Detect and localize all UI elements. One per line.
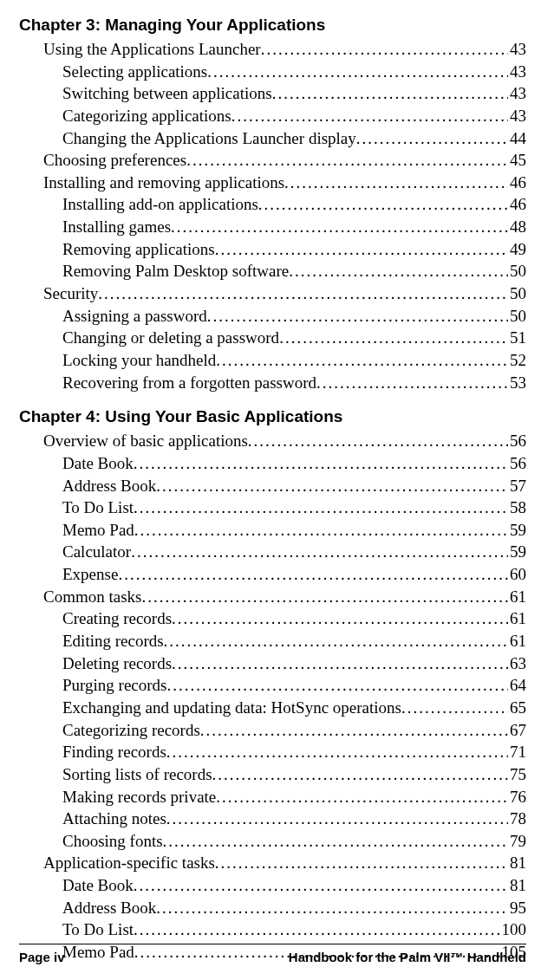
leader-dots <box>134 452 508 475</box>
toc-entry[interactable]: Removing Palm Desktop software50 <box>19 260 526 282</box>
toc-entry-text: Creating records <box>62 607 172 630</box>
toc-entry-page: 52 <box>508 349 526 372</box>
toc-entry[interactable]: Assigning a password50 <box>19 305 526 328</box>
toc-entry[interactable]: Selecting applications43 <box>19 61 526 83</box>
toc-entry-page: 43 <box>508 82 526 105</box>
leader-dots <box>207 61 508 83</box>
leader-dots <box>163 830 508 853</box>
toc-entry[interactable]: Security50 <box>19 282 526 305</box>
toc-entry[interactable]: Locking your handheld52 <box>19 349 526 372</box>
toc-entry-page: 79 <box>508 830 526 853</box>
toc-entry[interactable]: Recovering from a forgotten password53 <box>19 372 526 394</box>
toc-entry-page: 75 <box>508 763 526 786</box>
leader-dots <box>118 563 508 586</box>
toc-entry[interactable]: Calculator59 <box>19 541 526 563</box>
toc-entry[interactable]: Memo Pad59 <box>19 519 526 542</box>
leader-dots <box>216 786 508 808</box>
toc-entry[interactable]: Categorizing records67 <box>19 719 526 742</box>
footer-book-title: Handbook for the Palm VII™ Handheld <box>289 950 526 964</box>
toc-entry-page: 61 <box>508 630 526 652</box>
toc-content: Chapter 3: Managing Your ApplicationsUsi… <box>19 16 526 964</box>
toc-entry-text: Installing add-on applications <box>62 193 258 216</box>
toc-entry-text: Installing and removing applications <box>43 172 284 194</box>
toc-entry-text: Attaching notes <box>62 808 166 830</box>
leader-dots <box>164 630 508 652</box>
leader-dots <box>207 305 508 328</box>
toc-entry-text: To Do List <box>62 918 134 941</box>
toc-entry[interactable]: To Do List58 <box>19 496 526 519</box>
toc-entry[interactable]: Using the Applications Launcher43 <box>19 38 526 61</box>
toc-entry[interactable]: Address Book57 <box>19 475 526 497</box>
toc-entry-text: Removing applications <box>62 238 215 261</box>
toc-entry-page: 64 <box>508 674 526 697</box>
toc-entry[interactable]: Making records private76 <box>19 786 526 808</box>
toc-entry[interactable]: Date Book56 <box>19 452 526 475</box>
toc-entry[interactable]: Finding records71 <box>19 741 526 763</box>
toc-entry-text: To Do List <box>62 496 134 519</box>
leader-dots <box>316 372 508 394</box>
toc-entry-text: Assigning a password <box>62 305 207 328</box>
toc-entry-page: 56 <box>508 430 526 452</box>
toc-entry-text: Changing the Applications Launcher displ… <box>62 127 356 150</box>
leader-dots <box>134 918 499 941</box>
toc-entry-text: Address Book <box>62 475 156 497</box>
leader-dots <box>216 349 508 372</box>
toc-entry-page: 100 <box>500 918 527 941</box>
toc-entry-page: 57 <box>508 475 526 497</box>
leader-dots <box>167 674 509 697</box>
toc-entry[interactable]: To Do List100 <box>19 918 526 941</box>
toc-entry-text: Categorizing applications <box>62 105 231 127</box>
toc-entry-text: Common tasks <box>43 586 141 608</box>
toc-entry[interactable]: Creating records61 <box>19 607 526 630</box>
toc-entry[interactable]: Attaching notes78 <box>19 808 526 830</box>
toc-entry-page: 65 <box>508 697 526 719</box>
toc-entry-text: Finding records <box>62 741 166 763</box>
leader-dots <box>272 82 508 105</box>
toc-entry-text: Address Book <box>62 897 156 919</box>
toc-entry[interactable]: Expense60 <box>19 563 526 586</box>
toc-entry[interactable]: Switching between applications43 <box>19 82 526 105</box>
toc-entry[interactable]: Editing records61 <box>19 630 526 652</box>
toc-entry-page: 63 <box>508 652 526 675</box>
toc-entry-page: 58 <box>508 496 526 519</box>
leader-dots <box>134 519 508 542</box>
toc-entry-page: 78 <box>508 808 526 830</box>
toc-entry[interactable]: Common tasks61 <box>19 586 526 608</box>
leader-dots <box>141 586 508 608</box>
toc-entry[interactable]: Date Book81 <box>19 874 526 897</box>
toc-entry-page: 59 <box>508 541 526 563</box>
chapter-title: Chapter 3: Managing Your Applications <box>19 16 526 35</box>
toc-entry-text: Application-specific tasks <box>43 852 215 874</box>
toc-entry[interactable]: Removing applications49 <box>19 238 526 261</box>
toc-entry[interactable]: Choosing fonts79 <box>19 830 526 853</box>
leader-dots <box>401 697 508 719</box>
toc-entry[interactable]: Categorizing applications43 <box>19 105 526 127</box>
toc-entry[interactable]: Changing the Applications Launcher displ… <box>19 127 526 150</box>
toc-entry[interactable]: Address Book95 <box>19 897 526 919</box>
toc-entry-page: 56 <box>508 452 526 475</box>
toc-entry-page: 71 <box>508 741 526 763</box>
toc-entry[interactable]: Choosing preferences45 <box>19 149 526 172</box>
toc-entry-page: 46 <box>508 172 526 194</box>
toc-entry[interactable]: Installing add-on applications46 <box>19 193 526 216</box>
toc-entry[interactable]: Purging records64 <box>19 674 526 697</box>
toc-entry-page: 59 <box>508 519 526 542</box>
toc-entry-text: Calculator <box>62 541 131 563</box>
toc-entry[interactable]: Deleting records63 <box>19 652 526 675</box>
leader-dots <box>215 238 508 261</box>
toc-entry[interactable]: Installing and removing applications46 <box>19 172 526 194</box>
toc-entry[interactable]: Sorting lists of records75 <box>19 763 526 786</box>
toc-entry-text: Switching between applications <box>62 82 272 105</box>
footer-page-number: Page iv <box>19 950 65 964</box>
toc-entry[interactable]: Overview of basic applications56 <box>19 430 526 452</box>
toc-entry-page: 50 <box>508 260 526 282</box>
toc-entry[interactable]: Exchanging and updating data: HotSync op… <box>19 697 526 719</box>
leader-dots <box>200 719 508 742</box>
toc-entry[interactable]: Application-specific tasks81 <box>19 852 526 874</box>
leader-dots <box>261 38 508 61</box>
leader-dots <box>289 260 508 282</box>
toc-entry[interactable]: Changing or deleting a password51 <box>19 327 526 349</box>
toc-entry[interactable]: Installing games48 <box>19 216 526 238</box>
toc-entry-text: Memo Pad <box>62 519 134 542</box>
leader-dots <box>172 652 508 675</box>
